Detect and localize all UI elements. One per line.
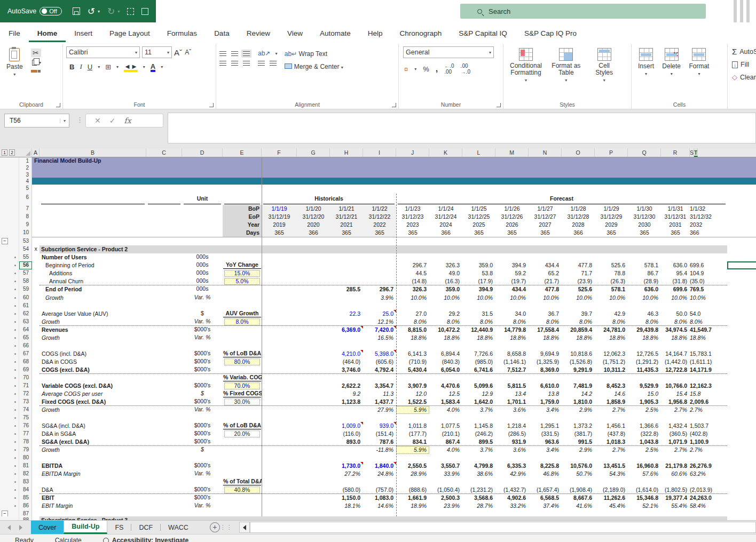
value-cell[interactable]: 3,746.0 — [330, 366, 363, 374]
value-cell[interactable]: (16.3) — [429, 277, 462, 285]
value-cell[interactable]: 16,960.8 — [628, 462, 661, 470]
outline-gutter[interactable] — [0, 382, 19, 390]
value-cell[interactable] — [297, 422, 330, 430]
unit-cell[interactable]: $ — [182, 446, 223, 454]
value-cell[interactable] — [628, 253, 661, 261]
date-cell[interactable]: 1/1/29 — [595, 205, 628, 213]
value-cell[interactable] — [330, 261, 363, 269]
value-cell[interactable]: (151.4) — [363, 430, 396, 438]
qat-custom-icon-2[interactable] — [141, 8, 148, 15]
value-cell[interactable]: 8.0% — [396, 318, 429, 326]
value-cell[interactable]: 4.0% — [429, 446, 462, 454]
value-cell[interactable] — [661, 374, 690, 382]
outline-gutter[interactable] — [0, 245, 19, 253]
font-family-select[interactable]: Calibri▾ — [66, 46, 140, 58]
format-painter-icon[interactable] — [31, 70, 37, 73]
value-cell[interactable] — [429, 253, 462, 261]
value-cell[interactable]: 359.0 — [462, 261, 495, 269]
date-cell[interactable]: 31/12/29 — [595, 213, 628, 221]
value-cell[interactable] — [495, 478, 529, 486]
assumption-cell[interactable]: % of LoB D&A — [223, 350, 262, 358]
unit-cell[interactable]: $000's — [182, 326, 223, 334]
section-header[interactable]: Subscription Service - Product 2 — [40, 245, 727, 253]
increase-decimal-icon[interactable]: ←.0.00 — [444, 63, 454, 75]
outline-gutter[interactable] — [0, 502, 19, 510]
value-cell[interactable]: 394.9 — [462, 285, 495, 294]
value-cell[interactable]: 3.4% — [529, 406, 562, 414]
column-header-F[interactable]: F — [262, 148, 297, 157]
date-cell[interactable]: 1/1/26 — [495, 205, 529, 213]
value-cell[interactable]: 8,369.0 — [529, 366, 562, 374]
value-cell[interactable]: 285.5 — [330, 285, 363, 294]
column-header-T[interactable]: T — [694, 148, 698, 157]
row-header-84[interactable]: 84 — [19, 486, 32, 494]
outline-gutter[interactable] — [0, 302, 19, 310]
value-cell[interactable]: (1,802.5) — [661, 486, 690, 494]
value-cell[interactable]: (26.3) — [595, 277, 628, 285]
value-cell[interactable] — [262, 326, 297, 334]
value-cell[interactable]: (2,013.9) — [690, 486, 715, 494]
name-box-chevron-icon[interactable]: ▾ — [60, 118, 66, 123]
value-cell[interactable]: 42.9 — [595, 310, 628, 318]
row-label[interactable]: SG&A (incl. D&A) — [40, 422, 182, 430]
date-cell[interactable]: 1/1/24 — [429, 205, 462, 213]
value-cell[interactable]: 45.4% — [595, 502, 628, 510]
value-cell[interactable]: 477.8 — [529, 285, 562, 294]
date-cell[interactable]: 31/12/21 — [330, 213, 363, 221]
value-cell[interactable]: 11,435.3 — [628, 366, 661, 374]
input-cell[interactable]: 40.8% — [224, 487, 260, 493]
value-cell[interactable] — [262, 269, 297, 277]
value-cell[interactable] — [297, 261, 330, 269]
outline-gutter[interactable] — [0, 178, 19, 185]
value-cell[interactable] — [297, 502, 330, 510]
outline-gutter[interactable] — [0, 269, 19, 277]
value-cell[interactable] — [495, 374, 529, 382]
value-cell[interactable]: 4,210.0 — [330, 350, 363, 358]
value-cell[interactable]: 21,179.8 — [661, 462, 690, 470]
assumption-cell[interactable] — [223, 494, 262, 502]
column-header-B[interactable]: B — [40, 148, 146, 157]
value-cell[interactable]: 18.8% — [495, 334, 529, 342]
value-cell[interactable]: 477.8 — [562, 261, 595, 269]
sheet-tab-cover[interactable]: Cover — [31, 521, 64, 534]
value-cell[interactable] — [297, 446, 330, 454]
cell[interactable] — [32, 213, 223, 221]
value-cell[interactable]: 18.8% — [529, 334, 562, 342]
unit-cell[interactable]: $000's — [182, 438, 223, 446]
undo-chevron-icon[interactable]: ▾ — [98, 9, 100, 14]
value-cell[interactable] — [297, 285, 330, 294]
value-cell[interactable]: 5.9% — [396, 446, 429, 454]
value-cell[interactable]: 394.9 — [495, 261, 529, 269]
row-label[interactable]: Growth — [40, 294, 182, 302]
wrap-text-button[interactable]: ab↵ Wrap Text — [285, 50, 343, 58]
value-cell[interactable]: 57.6% — [628, 470, 661, 478]
ribbon-tab-automate[interactable]: Automate — [311, 25, 359, 42]
value-cell[interactable]: 3.6% — [495, 406, 529, 414]
value-cell[interactable] — [462, 478, 495, 486]
value-cell[interactable]: 4.0% — [429, 406, 462, 414]
column-header-R[interactable]: R — [661, 148, 690, 157]
column-header-H[interactable]: H — [330, 148, 363, 157]
value-cell[interactable]: 2.7% — [690, 406, 705, 414]
value-cell[interactable] — [262, 422, 297, 430]
outline-gutter[interactable] — [0, 358, 19, 366]
value-cell[interactable]: 11,262.6 — [595, 494, 628, 502]
value-cell[interactable]: 58.4% — [690, 502, 708, 510]
status-calculate[interactable]: Calculate — [55, 537, 82, 542]
value-cell[interactable] — [297, 350, 330, 358]
value-cell[interactable] — [297, 382, 330, 390]
value-cell[interactable] — [297, 318, 330, 326]
value-cell[interactable]: 8.0% — [690, 318, 705, 326]
value-cell[interactable]: 699.6 — [661, 285, 690, 294]
conditional-formatting-button[interactable]: Conditional Formatting▾ — [507, 46, 545, 84]
cell[interactable] — [32, 310, 40, 318]
undo-icon[interactable]: ↺ — [88, 7, 95, 16]
value-cell[interactable]: (31.8) — [661, 277, 690, 285]
outline-gutter[interactable] — [0, 334, 19, 342]
column-header-P[interactable]: P — [595, 148, 628, 157]
row-header-83[interactable]: 83 — [19, 478, 32, 486]
value-cell[interactable]: (840.3) — [429, 358, 462, 366]
unit-cell[interactable]: $000's — [182, 494, 223, 502]
selected-cell-T56[interactable] — [727, 261, 756, 269]
row-header-65[interactable]: 65 — [19, 334, 32, 342]
